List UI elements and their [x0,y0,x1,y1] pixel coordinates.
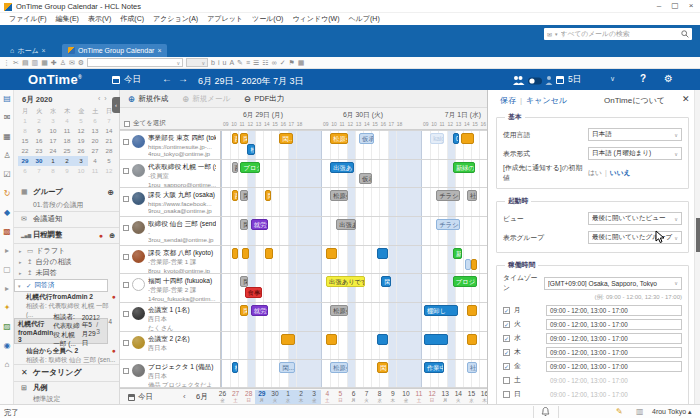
person-row[interactable]: 事業部長 東京 四郎 (tok...https://ontimesuite.jp… [120,130,220,157]
row-checkbox[interactable] [123,282,129,288]
minical-day[interactable]: 18 [60,136,74,146]
format-icon[interactable]: ✎ [237,59,243,67]
calendar-event[interactable]: 松原会議 [330,190,347,201]
strip-day[interactable]: 1水 [282,390,295,404]
legend-setting[interactable]: 標準設定 [14,394,120,404]
twistie-icon[interactable]: ▸ [19,270,24,276]
info-icon[interactable]: ◉ [0,341,14,350]
gear-icon[interactable]: ⚙ [664,73,673,84]
calendar-event[interactable]: 作業中 [424,362,444,373]
minical-day[interactable]: 4 [88,156,102,166]
minical-day[interactable]: 8 [18,126,32,136]
calendar-event[interactable]: 仮承認 [359,173,372,184]
replication-icon[interactable]: ↻ [0,189,14,198]
new-entry-button[interactable]: ⊕新規作成 [128,94,168,104]
about-ontime-link[interactable]: OnTimeについて [604,95,665,106]
format-icon[interactable]: b [211,59,215,66]
calendar-event[interactable]: 松原会議 [330,133,347,144]
format-icon[interactable]: ⚑ [289,59,295,67]
tree-item-1[interactable]: ▸▭ドラフト [14,246,120,256]
consult-item-3[interactable]: 仙台から全員へ 2●相談者: 取締役 仙台 三郎 (sen... [14,345,120,363]
minical-day[interactable]: 1 [46,156,60,166]
tab-ontime-group-calendar[interactable]: OnTime Group Calendar× [62,44,167,57]
minical-day[interactable]: 15 [18,136,32,146]
menu-item[interactable]: アクション(A) [153,13,198,25]
close-icon[interactable]: × [157,47,161,54]
minical-day[interactable]: 16 [32,136,46,146]
folder-icon[interactable]: ▸ [0,246,14,255]
strip-prev-icon[interactable]: ‹ [183,392,186,401]
format-icon[interactable]: ≡ [246,59,250,66]
toolbar-icon[interactable]: ✚ [51,59,57,67]
row-checkbox[interactable] [123,254,129,260]
minical-day[interactable]: 13 [88,126,102,136]
favorites-icon[interactable]: ✦ [0,303,14,312]
strip-day[interactable]: 27土 [229,390,242,404]
row-checkbox[interactable] [123,368,129,374]
strip-day[interactable]: 4土 [321,390,334,404]
menu-item[interactable]: ヘルプ(H) [349,13,380,25]
strip-day[interactable]: 6月 [347,390,360,404]
calendar-event[interactable]: 松.. [247,144,254,155]
toolbar-icon[interactable]: ▥ [32,59,39,67]
tree-item-3[interactable]: ▸↥未回答 [14,268,120,278]
menu-item[interactable]: 作成(C) [120,13,144,25]
day-hours-input[interactable]: 09:00 - 12:00, 13:00 - 17:00 [546,347,682,358]
strip-day[interactable]: 7火 [360,390,373,404]
next-arrow-icon[interactable]: → [178,73,188,84]
day-checkbox[interactable]: ✓ [503,349,510,356]
format-icon[interactable]: ☰ [253,59,259,67]
calendar-event[interactable] [242,248,249,259]
format-icon[interactable]: u [223,59,227,66]
view-selector[interactable]: 5日 [556,74,581,86]
field-select[interactable]: 日本語 (月曜始まり)∨ [588,147,682,160]
day-hours-input[interactable]: 09:00 - 12:00, 13:00 - 17:00 [546,305,682,316]
twistie-icon[interactable]: ▸ [19,259,24,265]
apps-icon[interactable]: ▨ [0,322,14,331]
minical-day[interactable]: 27 [88,146,102,156]
tab-home[interactable]: ⌂ホーム× [4,44,52,57]
group-item[interactable]: 01.普段の会議用 [14,200,120,210]
scrollbar-thumb[interactable] [696,218,700,252]
calendar-event[interactable] [465,259,471,270]
minical-day[interactable]: 19 [74,136,88,146]
calendar-event[interactable] [467,334,477,345]
calendar-event[interactable] [265,248,274,259]
toolbar-icon[interactable]: ▦ [41,59,48,67]
person-row[interactable]: 取締役 仙台 三郎 (sendai)-3rou_sendai@ontime.jp [120,216,220,243]
strip-day[interactable]: 16木 [478,390,487,404]
format-icon[interactable]: A [229,59,234,66]
panel-scrollbar[interactable] [694,90,700,404]
minical-day[interactable]: 1 [18,116,32,126]
calendar-event[interactable]: 社.. [467,190,477,201]
close-panel-icon[interactable]: ✕ [682,94,690,104]
minical-day[interactable]: 10 [46,126,60,136]
calendar-event[interactable]: 閑... [279,362,294,373]
person-row[interactable]: 会議室 2 (2名)西日本 [120,331,220,353]
calendar-event[interactable]: 西 [232,162,238,173]
minical-day[interactable]: 11 [88,166,102,176]
chevron-down-icon[interactable]: ▼ [554,32,558,37]
menu-item[interactable]: ツール(O) [252,13,283,25]
menu-item[interactable]: 表示(V) [88,13,111,25]
close-button[interactable]: × [684,1,698,10]
calendar-event[interactable] [326,248,337,259]
minical-day[interactable]: 26 [74,146,88,156]
strip-day[interactable]: 5日 [334,390,347,404]
minical-day[interactable]: 20 [88,136,102,146]
minical-day[interactable]: 10 [74,166,88,176]
minical-day[interactable]: 9 [32,126,46,136]
toolbar-icon[interactable]: ✂ [13,59,19,67]
row-checkbox[interactable] [123,340,129,346]
strip-day[interactable]: 3金 [308,390,321,404]
row-checkbox[interactable] [123,311,129,317]
day-hours-input[interactable]: 09:00 - 12:00, 13:00 - 17:00 [546,389,682,400]
strip-day[interactable]: 30火 [268,390,281,404]
minical-day[interactable]: 9 [60,166,74,176]
folder-icon[interactable]: ▸ [0,284,14,293]
day-checkbox[interactable]: ✓ [503,321,510,328]
add-icon[interactable]: ⊕ [109,231,115,240]
menu-item[interactable]: 編集(E) [56,13,79,25]
folder-icon[interactable]: ▢ [0,265,14,274]
mail-icon[interactable]: ✉ [0,113,14,122]
